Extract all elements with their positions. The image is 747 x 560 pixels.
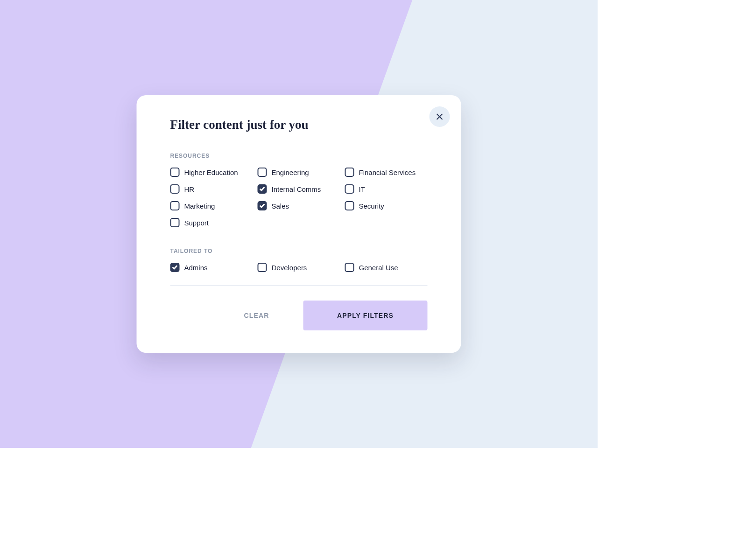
checkbox-internal-comms[interactable] <box>258 184 267 194</box>
check-icon <box>260 186 265 192</box>
close-button[interactable] <box>430 106 450 127</box>
checkbox-general-use[interactable] <box>345 263 354 272</box>
modal-title: Filter content just for you <box>170 118 428 132</box>
checkbox-sales[interactable] <box>258 201 267 210</box>
resource-item-financial-services[interactable]: Financial Services <box>345 168 428 177</box>
checkbox-label-financial-services: Financial Services <box>359 168 416 176</box>
check-icon <box>260 203 265 209</box>
checkbox-label-higher-education: Higher Education <box>184 168 238 176</box>
resource-item-it[interactable]: IT <box>345 184 428 194</box>
tailored-item-developers[interactable]: Developers <box>258 263 340 272</box>
checkbox-support[interactable] <box>170 218 180 227</box>
divider <box>170 285 428 286</box>
resource-item-sales[interactable]: Sales <box>258 201 340 210</box>
checkbox-hr[interactable] <box>170 184 180 194</box>
checkbox-label-security: Security <box>359 202 384 210</box>
resource-item-support[interactable]: Support <box>170 218 253 227</box>
resource-item-hr[interactable]: HR <box>170 184 253 194</box>
checkbox-label-general-use: General Use <box>359 264 398 272</box>
resources-grid: Higher EducationEngineeringFinancial Ser… <box>170 168 428 227</box>
tailored-label: TAILORED TO <box>170 248 428 254</box>
tailored-grid: AdminsDevelopersGeneral Use <box>170 263 428 272</box>
checkbox-label-marketing: Marketing <box>184 202 215 210</box>
checkbox-engineering[interactable] <box>258 168 267 177</box>
filter-modal: Filter content just for you RESOURCES Hi… <box>137 95 461 353</box>
checkbox-it[interactable] <box>345 184 354 194</box>
checkbox-label-internal-comms: Internal Comms <box>272 185 321 193</box>
checkbox-security[interactable] <box>345 201 354 210</box>
resource-item-higher-education[interactable]: Higher Education <box>170 168 253 177</box>
button-row: CLEAR APPLY FILTERS <box>170 301 428 330</box>
resource-item-security[interactable]: Security <box>345 201 428 210</box>
resource-item-engineering[interactable]: Engineering <box>258 168 340 177</box>
checkbox-label-support: Support <box>184 219 209 227</box>
checkbox-financial-services[interactable] <box>345 168 354 177</box>
apply-filters-button[interactable]: APPLY FILTERS <box>303 301 428 330</box>
resources-label: RESOURCES <box>170 153 428 159</box>
checkbox-label-engineering: Engineering <box>272 168 309 176</box>
tailored-section: TAILORED TO AdminsDevelopersGeneral Use <box>170 248 428 272</box>
close-icon <box>436 112 444 121</box>
check-icon <box>172 265 178 270</box>
checkbox-label-developers: Developers <box>272 264 307 272</box>
clear-button[interactable]: CLEAR <box>210 301 303 330</box>
checkbox-marketing[interactable] <box>170 201 180 210</box>
resource-item-marketing[interactable]: Marketing <box>170 201 253 210</box>
checkbox-label-it: IT <box>359 185 365 193</box>
checkbox-admins[interactable] <box>170 263 180 272</box>
checkbox-label-admins: Admins <box>184 264 208 272</box>
resource-item-internal-comms[interactable]: Internal Comms <box>258 184 340 194</box>
tailored-item-admins[interactable]: Admins <box>170 263 253 272</box>
checkbox-label-sales: Sales <box>272 202 289 210</box>
checkbox-label-hr: HR <box>184 185 195 193</box>
resources-section: RESOURCES Higher EducationEngineeringFin… <box>170 153 428 227</box>
checkbox-higher-education[interactable] <box>170 168 180 177</box>
checkbox-developers[interactable] <box>258 263 267 272</box>
tailored-item-general-use[interactable]: General Use <box>345 263 428 272</box>
